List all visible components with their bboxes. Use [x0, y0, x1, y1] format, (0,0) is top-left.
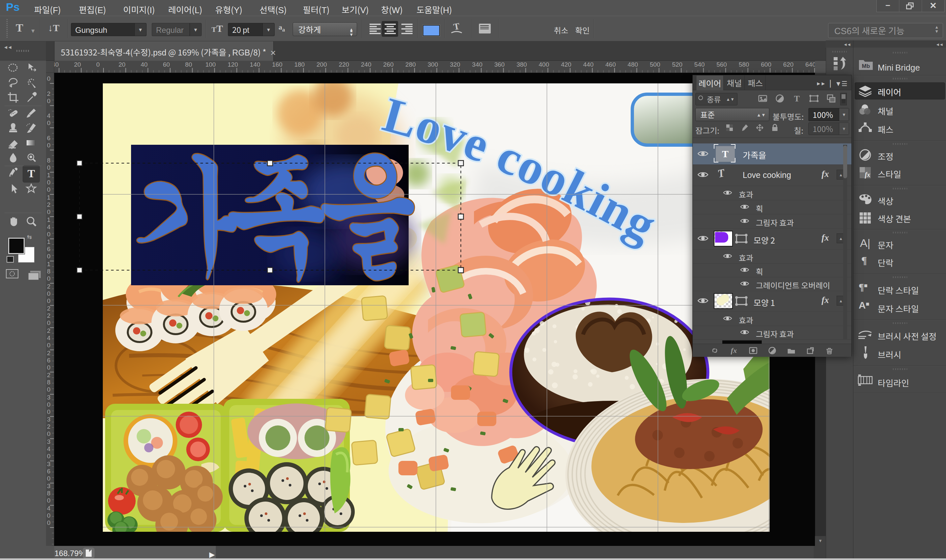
svg-text:1: 1	[47, 238, 51, 245]
svg-text:0: 0	[47, 453, 51, 460]
svg-text:T: T	[453, 22, 461, 32]
svg-text:2: 2	[47, 305, 51, 312]
svg-text:1: 1	[47, 194, 51, 201]
svg-text:460: 460	[606, 61, 616, 68]
svg-text:640: 640	[806, 61, 815, 68]
svg-text:0: 0	[47, 179, 51, 186]
svg-text:380: 380	[516, 61, 527, 68]
svg-text:480: 480	[628, 61, 638, 68]
svg-text:Mb: Mb	[862, 63, 870, 69]
svg-text:100: 100	[205, 61, 216, 68]
svg-text:80: 80	[185, 61, 192, 68]
svg-text:520: 520	[672, 61, 683, 68]
svg-text:0: 0	[47, 364, 51, 371]
svg-text:20: 20	[74, 61, 81, 68]
svg-text:fx: fx	[731, 346, 737, 354]
svg-text:4: 4	[47, 112, 51, 119]
svg-text:8: 8	[47, 379, 51, 386]
svg-text:2: 2	[47, 312, 51, 319]
svg-text:0: 0	[47, 408, 51, 415]
svg-text:280: 280	[405, 61, 416, 68]
svg-text:580: 580	[739, 61, 749, 68]
svg-text:0: 0	[47, 319, 51, 326]
svg-text:8: 8	[47, 490, 51, 497]
svg-text:300: 300	[428, 61, 438, 68]
svg-text:T: T	[794, 94, 800, 103]
svg-text:0: 0	[47, 290, 51, 297]
svg-text:8: 8	[47, 268, 51, 275]
svg-text:3: 3	[47, 416, 51, 423]
svg-text:540: 540	[694, 61, 705, 68]
svg-text:4: 4	[47, 223, 51, 231]
svg-text:1: 1	[47, 172, 51, 178]
svg-text:2: 2	[47, 90, 51, 97]
svg-text:0: 0	[47, 253, 51, 260]
svg-text:240: 240	[361, 61, 371, 68]
svg-text:60: 60	[163, 61, 170, 68]
svg-text:0: 0	[47, 401, 51, 408]
svg-text:0: 0	[47, 231, 51, 238]
svg-text:140: 140	[250, 61, 260, 68]
svg-text:4: 4	[47, 505, 51, 512]
svg-text:0: 0	[47, 164, 51, 171]
svg-text:320: 320	[450, 61, 460, 68]
svg-text:1: 1	[47, 261, 51, 268]
svg-text:3: 3	[47, 460, 51, 468]
svg-text:420: 420	[561, 61, 572, 68]
svg-text:가족을: 가족을	[132, 117, 414, 299]
svg-text:120: 120	[228, 61, 238, 68]
svg-text:360: 360	[495, 61, 505, 68]
svg-text:0: 0	[47, 97, 51, 105]
svg-text:0: 0	[96, 61, 100, 68]
svg-text:6: 6	[47, 135, 51, 142]
svg-text:0: 0	[47, 186, 51, 193]
svg-text:0: 0	[47, 430, 51, 437]
svg-text:20: 20	[119, 61, 125, 68]
svg-text:0: 0	[47, 120, 51, 126]
svg-text:0: 0	[47, 475, 51, 482]
svg-text:0: 0	[47, 297, 51, 304]
svg-text:40: 40	[140, 61, 148, 68]
svg-text:2: 2	[47, 327, 51, 334]
svg-text:0: 0	[47, 75, 51, 82]
svg-text:3: 3	[47, 438, 51, 445]
svg-text:180: 180	[294, 61, 305, 68]
svg-text:1: 1	[47, 216, 51, 223]
svg-text:0: 0	[47, 519, 51, 526]
svg-text:200: 200	[317, 61, 327, 68]
svg-text:260: 260	[383, 61, 394, 68]
svg-text:8: 8	[47, 157, 51, 164]
svg-text:0: 0	[47, 386, 51, 393]
svg-text:40: 40	[54, 61, 59, 68]
svg-text:620: 620	[783, 61, 793, 68]
svg-text:2: 2	[47, 349, 51, 357]
svg-text:400: 400	[539, 61, 549, 68]
svg-text:560: 560	[716, 61, 727, 68]
svg-text:0: 0	[47, 142, 51, 149]
svg-text:0: 0	[47, 342, 51, 349]
svg-text:fx: fx	[865, 171, 871, 178]
svg-text:3: 3	[47, 394, 51, 401]
svg-text:340: 340	[472, 61, 482, 68]
svg-text:3: 3	[47, 483, 51, 489]
svg-text:440: 440	[583, 61, 593, 68]
svg-text:2: 2	[47, 283, 51, 290]
svg-text:600: 600	[761, 61, 772, 68]
svg-text:4: 4	[47, 445, 51, 452]
svg-text:160: 160	[272, 61, 282, 68]
svg-text:6: 6	[47, 468, 51, 475]
svg-text:2: 2	[47, 372, 51, 378]
svg-text:2: 2	[47, 423, 51, 430]
svg-text:2: 2	[47, 201, 51, 208]
svg-text:0: 0	[47, 497, 51, 504]
svg-text:T: T	[28, 168, 35, 180]
svg-text:500: 500	[650, 61, 660, 68]
svg-text:0: 0	[47, 512, 51, 519]
svg-text:4: 4	[47, 334, 51, 342]
svg-text:6: 6	[47, 357, 51, 364]
svg-text:220: 220	[339, 61, 349, 68]
svg-text:0: 0	[47, 208, 51, 215]
svg-text:6: 6	[47, 246, 51, 252]
svg-text:0: 0	[47, 275, 51, 282]
